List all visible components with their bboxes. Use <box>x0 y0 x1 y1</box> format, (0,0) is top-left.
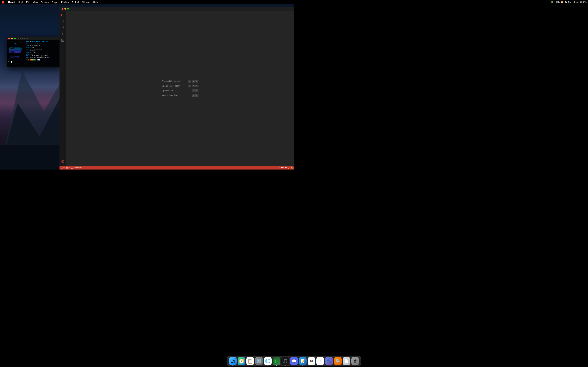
menubar: 🍎 iTerm2 Shell Edit View Session Scripts… <box>0 0 294 4</box>
svg-point-12 <box>62 28 62 29</box>
terminal-maximize-button[interactable] <box>14 38 16 39</box>
cmd-label-open-file: Open File or Folder <box>162 85 180 87</box>
svg-point-8 <box>62 20 64 22</box>
terminal-titlebar: λ ~ neofetch <box>7 36 61 40</box>
warning-icon <box>66 167 68 169</box>
kbd-p: P <box>195 80 199 83</box>
cmd-label-show-all: Show All Commands <box>162 80 181 83</box>
kbd-ctrl: ^ <box>192 89 195 92</box>
kbd-n: N <box>195 94 199 97</box>
kbd-cmd: ⌘ <box>192 80 195 83</box>
error-count: 0 <box>63 167 65 169</box>
terminal-window[interactable]: λ ~ neofetch 'c. ,xNMM. .OMMMMo OMMM0, .… <box>7 36 61 67</box>
vscode-titlebar <box>60 7 294 11</box>
cmd-new-file[interactable]: New Untitled File ⌘ N <box>162 94 199 97</box>
vscode-activity-bar <box>60 11 66 166</box>
menu-shell[interactable]: Shell <box>18 1 24 3</box>
status-warnings[interactable]: 0 <box>66 167 70 169</box>
cmd-open-recent[interactable]: Open Recent ^ R <box>162 89 199 92</box>
menu-view[interactable]: View <box>33 1 38 3</box>
vscode-close-button[interactable] <box>62 8 63 10</box>
bell-icon[interactable]: 🔔 <box>291 167 293 169</box>
error-icon <box>61 167 63 169</box>
status-time: 16:38 (08:02) <box>279 167 289 169</box>
menu-window[interactable]: Window <box>82 1 90 3</box>
system-info: jannik@Jannik-MBP-2017.fritz.box OS: mac… <box>26 41 49 60</box>
menubar-left: 🍎 iTerm2 Shell Edit View Session Scripts… <box>1 0 98 4</box>
welcome-commands-list: Show All Commands ⇧ ⌘ P Open File or Fol… <box>162 80 199 97</box>
neofetch-output: 'c. ,xNMM. .OMMMMo OMMM0, .;loddo:' lool… <box>8 41 60 60</box>
live-share-icon <box>71 167 73 169</box>
svg-rect-15 <box>61 39 63 40</box>
vscode-statusbar: 0 0 Live Share 16:38 (08:02) 🔔 <box>60 166 294 169</box>
menu-toolbelt[interactable]: Toolbelt <box>72 1 79 3</box>
statusbar-left: 0 0 Live Share <box>61 167 82 169</box>
cmd-label-new-file: New Untitled File <box>162 94 178 97</box>
kbd-r: R <box>195 89 199 92</box>
terminal-minimize-button[interactable] <box>11 38 13 39</box>
cmd-show-all-commands[interactable]: Show All Commands ⇧ ⌘ P <box>162 80 199 83</box>
terminal-close-button[interactable] <box>9 38 10 39</box>
cmd-open-file[interactable]: Open File or Folder ⇧ ⌘ O <box>162 84 199 87</box>
kbd-shift: ⇧ <box>188 80 191 83</box>
apple-menu[interactable]: 🍎 <box>1 0 5 4</box>
activity-settings[interactable] <box>60 159 65 164</box>
vscode-main-area: Show All Commands ⇧ ⌘ P Open File or Fol… <box>60 11 294 166</box>
activity-source-control[interactable] <box>60 25 65 30</box>
statusbar-right: 16:38 (08:02) 🔔 <box>279 167 293 169</box>
menu-profiles[interactable]: Profiles <box>61 1 69 3</box>
svg-marker-14 <box>62 33 63 34</box>
menu-edit[interactable]: Edit <box>26 1 30 3</box>
warning-count: 0 <box>69 167 70 169</box>
menu-session[interactable]: Session <box>41 1 49 3</box>
terminal-body[interactable]: 'c. ,xNMM. .OMMMMo OMMM0, .;loddo:' lool… <box>7 40 61 67</box>
vscode-minimize-button[interactable] <box>64 8 66 10</box>
desktop: λ ~ neofetch 'c. ,xNMM. .OMMMMo OMMM0, .… <box>0 4 294 169</box>
status-errors[interactable]: 0 <box>61 167 65 169</box>
menu-help[interactable]: Help <box>93 1 98 3</box>
svg-point-10 <box>62 26 62 27</box>
svg-rect-17 <box>61 40 63 42</box>
activity-run[interactable] <box>60 32 65 36</box>
app-name[interactable]: iTerm2 <box>8 1 16 3</box>
svg-point-19 <box>62 161 63 162</box>
kbd-open-recent: ^ R <box>192 89 199 92</box>
menu-scripts[interactable]: Scripts <box>52 1 59 3</box>
activity-files[interactable] <box>60 13 65 17</box>
kbd-o: O <box>195 84 199 87</box>
vscode-window[interactable]: Show All Commands ⇧ ⌘ P Open File or Fol… <box>60 7 294 169</box>
svg-rect-18 <box>63 40 64 42</box>
kbd-cmd-2: ⌘ <box>192 84 195 87</box>
ascii-logo: 'c. ,xNMM. .OMMMMo OMMM0, .;loddo:' lool… <box>8 41 25 60</box>
kbd-open-file: ⇧ ⌘ O <box>188 84 199 87</box>
activity-search[interactable] <box>60 19 65 24</box>
terminal-cursor <box>11 61 12 63</box>
kbd-show-all: ⇧ ⌘ P <box>188 80 199 83</box>
status-live-share[interactable]: Live Share <box>71 167 82 169</box>
terminal-title-text: λ ~ neofetch <box>18 38 28 40</box>
svg-rect-16 <box>63 39 64 40</box>
kbd-cmd-3: ⌘ <box>192 94 195 97</box>
activity-extensions[interactable] <box>60 38 65 43</box>
terminal-prompt[interactable]: λ ~ <box>8 61 60 63</box>
vscode-maximize-button[interactable] <box>67 8 69 10</box>
vscode-welcome-screen: Show All Commands ⇧ ⌘ P Open File or Fol… <box>66 11 294 166</box>
kbd-new-file: ⌘ N <box>192 94 199 97</box>
live-share-label: Live Share <box>73 167 82 169</box>
kbd-shift-2: ⇧ <box>188 84 191 87</box>
svg-line-9 <box>63 22 64 23</box>
cmd-label-open-recent: Open Recent <box>162 90 174 92</box>
